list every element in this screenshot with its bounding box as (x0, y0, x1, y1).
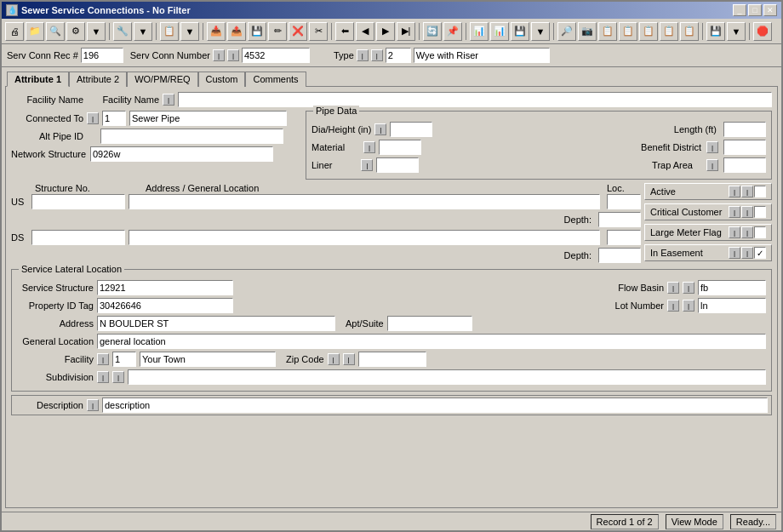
close-button[interactable]: ✕ (763, 4, 777, 16)
filter-dropdown-button[interactable]: ▼ (134, 22, 152, 41)
subdivision-pipe2[interactable]: | (112, 371, 124, 383)
benefit-district-input[interactable] (723, 140, 766, 155)
liner-input[interactable] (376, 157, 419, 173)
description-pipe1[interactable]: | (87, 399, 99, 411)
us-loc-input[interactable] (607, 194, 641, 209)
flow-basin-input[interactable] (698, 280, 766, 295)
connected-to-num-input[interactable] (102, 111, 126, 126)
zip-code-pipe1[interactable]: | (328, 353, 340, 365)
chart2-button[interactable]: 📊 (490, 22, 509, 41)
critical-pipe2[interactable]: | (741, 206, 753, 218)
tab-comments[interactable]: Comments (245, 72, 306, 87)
subdivision-input[interactable] (128, 369, 766, 385)
facility-num-input[interactable] (112, 352, 136, 367)
address-input[interactable] (97, 316, 335, 331)
settings-button[interactable]: ⚙ (66, 22, 85, 41)
large-meter-flag-button[interactable]: Large Meter Flag | | (644, 224, 772, 241)
lot-number-pipe1[interactable]: | (667, 300, 679, 312)
next-button[interactable]: ▶ (376, 22, 395, 41)
edit-button[interactable]: ✏ (268, 22, 287, 41)
facility-name2-input[interactable] (140, 352, 276, 367)
subdivision-pipe1[interactable]: | (97, 371, 109, 383)
apt-suite-input[interactable] (387, 316, 472, 331)
critical-customer-button[interactable]: Critical Customer | | (644, 203, 772, 220)
pin-button[interactable]: 📌 (443, 22, 462, 41)
refresh-button[interactable]: 🔄 (423, 22, 442, 41)
in-easement-button[interactable]: In Easement | | ✓ (644, 244, 772, 261)
maximize-button[interactable]: □ (748, 4, 762, 16)
easement-pipe2[interactable]: | (741, 247, 753, 259)
report2-button[interactable]: 📋 (619, 22, 637, 41)
flow-basin-pipe2[interactable]: | (683, 282, 694, 294)
save-button[interactable]: 💾 (248, 22, 266, 41)
connected-to-pipe-btn[interactable]: | (87, 112, 99, 124)
material-pipe-btn[interactable]: | (363, 141, 375, 153)
network-structure-input[interactable] (90, 146, 273, 162)
facility-pipe1[interactable]: | (97, 353, 109, 365)
cut-button[interactable]: ✂ (309, 22, 328, 41)
open-button[interactable]: 📁 (26, 22, 44, 41)
dropdown1-button[interactable]: ▼ (87, 22, 106, 41)
serv-conn-pipe-btn2[interactable]: | (227, 49, 239, 61)
material-input[interactable] (379, 140, 421, 155)
save3-button[interactable]: 💾 (706, 22, 725, 41)
easement-pipe1[interactable]: | (729, 247, 740, 259)
large-meter-checkbox[interactable] (754, 226, 766, 238)
type-text-input[interactable] (414, 48, 550, 63)
facility-name-pipe-btn[interactable]: | (163, 94, 174, 106)
filter-button[interactable]: 🔧 (113, 22, 132, 41)
length-input[interactable] (723, 122, 766, 137)
stop-button[interactable]: 🛑 (753, 22, 772, 41)
report1-button[interactable]: 📋 (598, 22, 617, 41)
trap-area-input[interactable] (723, 157, 766, 173)
flow-basin-pipe1[interactable]: | (667, 282, 679, 294)
us-structure-input[interactable] (31, 194, 125, 209)
lot-number-input[interactable] (698, 298, 766, 313)
import-button[interactable]: 📥 (207, 22, 226, 41)
delete-button[interactable]: ❌ (289, 22, 307, 41)
zip-code-pipe2[interactable]: | (343, 353, 355, 365)
dia-height-input[interactable] (390, 122, 432, 137)
last-button[interactable]: ▶| (397, 22, 415, 41)
active-pipe1[interactable]: | (729, 186, 740, 197)
zip-code-input[interactable] (358, 352, 426, 367)
serv-conn-pipe-btn[interactable]: | (213, 49, 225, 61)
print-button[interactable]: 🖨 (5, 22, 24, 41)
large-meter-pipe2[interactable]: | (741, 226, 753, 238)
active-button[interactable]: Active | | (644, 183, 772, 200)
type-num-input[interactable] (386, 48, 411, 63)
zoom-button[interactable]: 🔎 (557, 22, 576, 41)
chart1-button[interactable]: 📊 (470, 22, 489, 41)
tab-custom[interactable]: Custom (198, 72, 246, 87)
large-meter-pipe1[interactable]: | (729, 226, 740, 238)
report5-button[interactable]: 📋 (680, 22, 699, 41)
liner-pipe-btn[interactable]: | (361, 159, 373, 171)
export-button[interactable]: 📤 (227, 22, 246, 41)
save-dropdown-button[interactable]: ▼ (531, 22, 550, 41)
serv-conn-rec-input[interactable] (81, 48, 123, 63)
critical-checkbox[interactable] (754, 206, 766, 218)
save3-dropdown-button[interactable]: ▼ (727, 22, 746, 41)
ds-structure-input[interactable] (31, 230, 125, 245)
report3-button[interactable]: 📋 (639, 22, 658, 41)
minimize-button[interactable]: _ (733, 4, 746, 16)
general-location-input[interactable] (97, 334, 766, 349)
critical-pipe1[interactable]: | (729, 206, 740, 218)
layout-button[interactable]: 📋 (160, 22, 179, 41)
connected-to-text-input[interactable] (129, 111, 287, 126)
prev-button[interactable]: ◀ (356, 22, 374, 41)
tab-wo-pm-req[interactable]: WO/PM/REQ (127, 72, 197, 87)
ds-loc-input[interactable] (607, 230, 641, 245)
save2-button[interactable]: 💾 (511, 22, 529, 41)
trap-area-pipe-btn[interactable]: | (706, 159, 718, 171)
benefit-district-pipe-btn[interactable]: | (706, 141, 718, 153)
lot-number-pipe2[interactable]: | (683, 300, 694, 312)
active-pipe2[interactable]: | (741, 186, 753, 197)
first-button[interactable]: ⬅ (335, 22, 354, 41)
tab-attribute1[interactable]: Attribute 1 (7, 72, 69, 87)
alt-pipe-id-input[interactable] (100, 129, 283, 144)
serv-conn-number-input[interactable] (242, 48, 310, 63)
in-easement-checkbox[interactable]: ✓ (754, 247, 766, 259)
ds-depth-input[interactable] (598, 248, 641, 263)
active-checkbox[interactable] (754, 186, 766, 197)
